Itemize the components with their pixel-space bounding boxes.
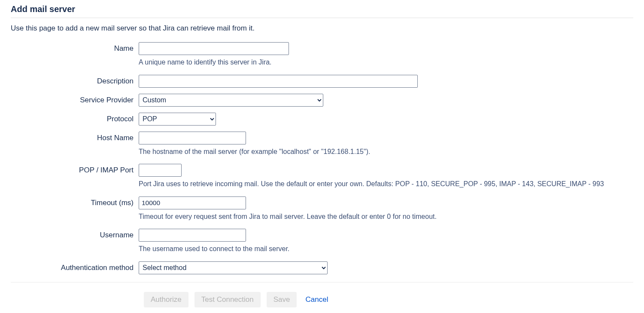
footer-divider [11, 282, 633, 282]
username-label: Username [11, 229, 139, 239]
port-input[interactable] [139, 164, 182, 177]
save-button[interactable]: Save [267, 292, 297, 307]
name-help: A unique name to identify this server in… [139, 58, 633, 67]
host-name-label: Host Name [11, 132, 139, 142]
authorize-button[interactable]: Authorize [144, 292, 188, 307]
page-title: Add mail server [11, 4, 633, 17]
username-help: The username used to connect to the mail… [139, 244, 633, 254]
protocol-select[interactable]: POP [139, 113, 216, 126]
service-provider-select[interactable]: Custom [139, 94, 323, 107]
page-intro: Use this page to add a new mail server s… [11, 24, 633, 33]
name-input[interactable] [139, 42, 289, 55]
cancel-button[interactable]: Cancel [303, 292, 331, 307]
auth-method-select[interactable]: Select method [139, 261, 328, 274]
port-label: POP / IMAP Port [11, 164, 139, 175]
protocol-label: Protocol [11, 113, 139, 123]
service-provider-label: Service Provider [11, 94, 139, 104]
description-input[interactable] [139, 75, 418, 88]
host-name-input[interactable] [139, 132, 246, 144]
host-name-help: The hostname of the mail server (for exa… [139, 147, 633, 156]
description-label: Description [11, 75, 139, 86]
timeout-input[interactable] [139, 196, 246, 209]
name-label: Name [11, 42, 139, 53]
auth-method-label: Authentication method [11, 261, 139, 272]
title-divider [11, 18, 633, 18]
username-input[interactable] [139, 229, 246, 242]
test-connection-button[interactable]: Test Connection [194, 292, 261, 307]
timeout-label: Timeout (ms) [11, 196, 139, 207]
timeout-help: Timeout for every request sent from Jira… [139, 212, 633, 221]
port-help: Port Jira uses to retrieve incoming mail… [139, 179, 633, 189]
